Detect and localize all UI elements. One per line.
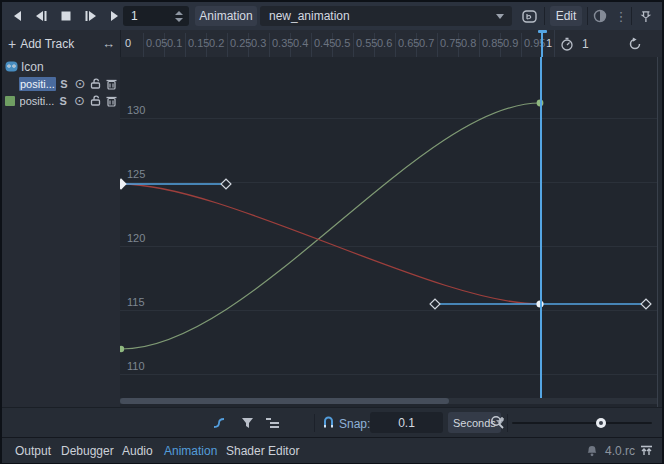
graph-right-margin	[658, 57, 662, 407]
bezier-curve-icon[interactable]	[210, 415, 228, 431]
handle-diamond	[430, 299, 440, 309]
handle-diamond	[641, 299, 651, 309]
ruler-tick: 0.15	[188, 37, 209, 49]
ruler-tick: 0.2	[209, 37, 224, 49]
current-time-value: 1	[123, 9, 175, 23]
onion-skinning-icon[interactable]	[592, 8, 608, 24]
track-name-label[interactable]: positi...	[20, 95, 55, 107]
red-curve	[121, 184, 540, 304]
ruler-tick: 0.25	[230, 37, 251, 49]
play-backwards-icon[interactable]	[8, 7, 28, 25]
horizontal-scrollbar-handle[interactable]	[120, 398, 449, 404]
ruler-tick: 0.8	[461, 37, 476, 49]
add-track-button[interactable]: + Add Track ↔	[2, 30, 121, 58]
ruler-tick: 0.4	[293, 37, 308, 49]
play-icon[interactable]	[105, 7, 125, 25]
ruler-tick: 0.1	[167, 37, 182, 49]
track-list-panel: Icon positi... S ⊙ positi... S ⊙	[2, 57, 121, 407]
resize-horizontal-icon[interactable]: ↔	[102, 36, 115, 51]
ruler-tick: 0.5	[335, 37, 350, 49]
tab-animation[interactable]: Animation	[164, 438, 217, 463]
zoom-slider-handle[interactable]	[596, 418, 606, 428]
unlock-icon[interactable]	[87, 95, 103, 106]
bezier-toolbar: Snap: 0.1 Seconds	[2, 407, 662, 438]
godot-node-icon	[5, 60, 18, 73]
bezier-curve-editor[interactable]: 130 125 120 115 110	[120, 57, 658, 407]
tab-output[interactable]: Output	[15, 438, 51, 463]
toolbar-separator	[507, 414, 508, 432]
red-key-start-selected	[120, 178, 127, 189]
play-backwards-from-end-icon[interactable]	[31, 7, 51, 25]
animation-length-clock-icon	[560, 30, 574, 57]
notification-bell-icon[interactable]	[586, 438, 598, 463]
ruler-tick: 0.35	[272, 37, 293, 49]
plus-icon: +	[8, 36, 16, 52]
track-color-swatch	[5, 96, 15, 106]
animation-length-field[interactable]: 1	[582, 30, 589, 57]
tab-audio[interactable]: Audio	[122, 438, 153, 463]
play-from-start-icon[interactable]	[81, 7, 101, 25]
zoom-icon	[490, 415, 505, 430]
letter-s-icon[interactable]: S	[56, 78, 72, 90]
ruler-tick: 0.3	[251, 37, 266, 49]
bottom-panel-bar: Output Debugger Audio Animation Shader E…	[2, 437, 662, 463]
letter-s-icon[interactable]: S	[55, 95, 71, 107]
animation-name-dropdown[interactable]: new_animation	[260, 6, 512, 26]
animation-menu-button[interactable]: Animation	[195, 6, 257, 26]
tab-debugger[interactable]: Debugger	[61, 438, 114, 463]
node-name-label: Icon	[21, 60, 44, 74]
filter-tracks-icon[interactable]	[238, 415, 256, 431]
toolbar-separator	[631, 7, 632, 25]
toolbar-separator	[544, 7, 545, 25]
expand-bottom-panel-icon[interactable]	[640, 438, 653, 463]
kebab-menu-icon[interactable]: ⋮	[614, 8, 628, 24]
animation-libraries-icon[interactable]	[520, 8, 538, 24]
playhead-line[interactable]	[540, 57, 542, 398]
snap-value-input[interactable]: 0.1	[370, 412, 443, 433]
track-row[interactable]: positi... S ⊙	[2, 75, 120, 92]
zoom-slider[interactable]	[512, 422, 652, 424]
snap-label: Snap:	[339, 417, 370, 431]
ruler-tick: 0.6	[377, 37, 392, 49]
green-curve	[121, 103, 540, 349]
eye-visibility-icon[interactable]: ⊙	[72, 76, 88, 91]
edit-button[interactable]: Edit	[550, 6, 582, 26]
track-name-label[interactable]: positi...	[19, 77, 56, 91]
timeline-header: + Add Track ↔ 0 0.05 0.1	[2, 30, 662, 57]
tab-shader-editor[interactable]: Shader Editor	[226, 438, 299, 463]
current-time-field[interactable]: 1	[123, 6, 189, 26]
snap-magnet-icon	[322, 416, 335, 429]
handle-diamond	[221, 179, 231, 189]
trash-icon[interactable]	[104, 95, 120, 107]
unlock-icon[interactable]	[88, 78, 104, 89]
version-label: 4.0.rc	[605, 438, 635, 463]
ruler-tick: 0.75	[440, 37, 461, 49]
eye-visibility-icon[interactable]: ⊙	[71, 93, 87, 108]
green-key-start	[120, 346, 124, 352]
playhead-marker-stem[interactable]	[541, 32, 543, 57]
animation-toolbar: 1 Animation new_animation Edit ⋮	[2, 2, 662, 31]
ruler-tick: 0.55	[356, 37, 377, 49]
add-track-label: Add Track	[20, 37, 74, 51]
ruler-tick: 0.45	[314, 37, 335, 49]
track-row[interactable]: positi... S ⊙	[2, 92, 120, 109]
timeline-ruler[interactable]: 0 0.05 0.1 0.15 0.2 0.25 0.3 0.35 0.4 0.…	[120, 30, 662, 58]
track-node-row[interactable]: Icon	[2, 58, 120, 75]
loop-icon[interactable]	[628, 30, 642, 57]
ruler-tick: 0.05	[146, 37, 167, 49]
godot-animation-panel: 1 Animation new_animation Edit ⋮	[0, 0, 664, 464]
horizontal-scrollbar-track[interactable]	[120, 398, 657, 404]
ruler-tick: 0	[125, 37, 131, 49]
selected-tracks-list-icon[interactable]	[263, 415, 281, 431]
bezier-curves-canvas	[120, 57, 657, 407]
pin-panel-icon[interactable]	[638, 8, 654, 24]
ruler-tick: 0.7	[419, 37, 434, 49]
toolbar-separator	[587, 7, 588, 25]
stop-icon[interactable]	[56, 7, 76, 25]
trash-icon[interactable]	[104, 78, 120, 90]
ruler-tick: 0.85	[482, 37, 503, 49]
time-spinner-icon[interactable]	[175, 11, 189, 22]
ruler-tick: 0.65	[398, 37, 419, 49]
ruler-tick: 0.9	[503, 37, 518, 49]
ruler-tick-end: 1	[546, 37, 552, 49]
